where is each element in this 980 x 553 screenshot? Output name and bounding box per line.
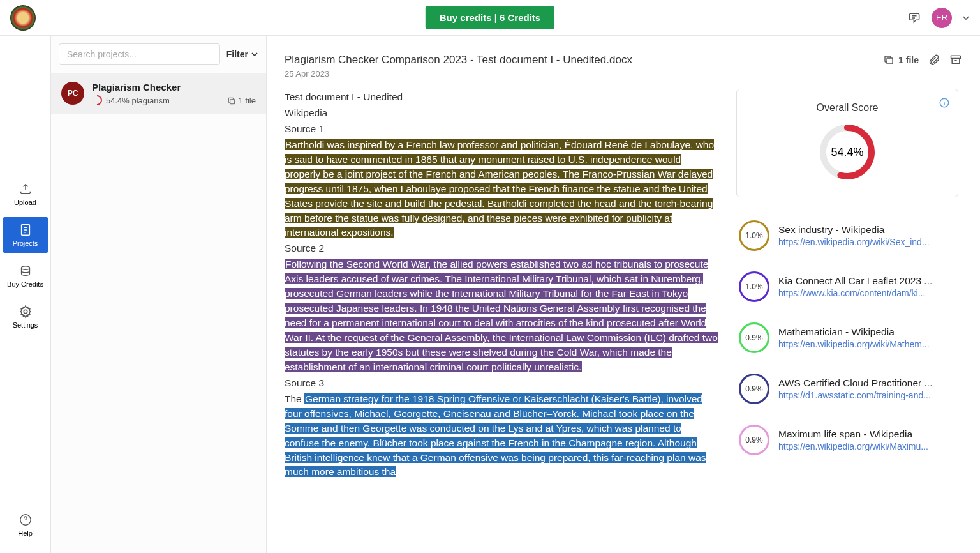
help-icon — [19, 513, 33, 527]
file-count[interactable]: 1 file — [883, 54, 919, 66]
svg-rect-6 — [951, 56, 961, 58]
doc-line: Wikipedia — [285, 106, 718, 121]
highlighted-paragraph: The German strategy for the 1918 Spring … — [285, 392, 718, 480]
project-file-count: 1 file — [227, 96, 256, 105]
source-item[interactable]: 0.9% Mathematician - Wikipedia https://e… — [736, 312, 958, 363]
sources-list: 1.0% Sex industry - Wikipedia https://en… — [736, 210, 958, 466]
source-title: Mathematician - Wikipedia — [778, 326, 956, 338]
buy-credits-button[interactable]: Buy credits | 6 Credits — [426, 6, 554, 29]
source-label: Source 1 — [285, 122, 718, 137]
source-label: Source 3 — [285, 376, 718, 391]
source-title: Kia Connect All Car Leaflet 2023 ... — [778, 275, 956, 287]
project-title: Plagiarism Checker — [92, 82, 219, 93]
source-url: https://www.kia.com/content/dam/ki... — [778, 288, 956, 298]
svg-point-1 — [21, 266, 29, 270]
source-item[interactable]: 0.9% AWS Certified Cloud Practitioner ..… — [736, 363, 958, 414]
source-title: AWS Certified Cloud Practitioner ... — [778, 377, 956, 389]
nav-label: Buy Credits — [7, 280, 43, 288]
highlighted-paragraph: Following the Second World War, the alli… — [285, 257, 718, 375]
nav-settings[interactable]: Settings — [3, 299, 48, 335]
score-percentage: 54.4% — [831, 146, 863, 159]
chevron-down-icon[interactable] — [962, 14, 970, 22]
gear-icon — [19, 305, 33, 319]
source-title: Sex industry - Wikipedia — [778, 224, 956, 236]
copy-icon — [227, 96, 236, 105]
document-date: 25 Apr 2023 — [285, 69, 632, 79]
source-title: Maximum life span - Wikipedia — [778, 428, 956, 440]
document-title: Plagiarism Checker Comparison 2023 - Tes… — [285, 54, 632, 66]
score-ring: 54.4% — [818, 123, 877, 181]
info-icon[interactable] — [939, 97, 950, 109]
source-url: https://d1.awsstatic.com/training-and... — [778, 390, 956, 400]
project-plagiarism-pct: 54.4% plagiarism — [106, 96, 170, 105]
search-input[interactable] — [59, 43, 220, 65]
user-avatar[interactable]: ER — [932, 8, 952, 28]
source-item[interactable]: 1.0% Kia Connect All Car Leaflet 2023 ..… — [736, 261, 958, 312]
nav-label: Upload — [14, 199, 36, 206]
source-pct-ring: 0.9% — [739, 322, 769, 353]
filter-button[interactable]: Filter — [226, 49, 258, 59]
app-logo — [10, 5, 36, 31]
highlighted-paragraph: Bartholdi was inspired by a French law p… — [285, 138, 718, 241]
nav-label: Help — [18, 529, 33, 537]
filter-label: Filter — [226, 49, 248, 59]
projects-icon — [19, 223, 33, 237]
svg-point-2 — [24, 310, 27, 314]
nav-upload[interactable]: Upload — [3, 176, 48, 212]
score-title: Overall Score — [747, 102, 947, 114]
svg-rect-4 — [230, 99, 234, 103]
upload-icon — [19, 182, 33, 196]
nav-buy-credits[interactable]: Buy Credits — [3, 258, 48, 294]
doc-line: Test document I - Unedited — [285, 90, 718, 105]
source-url: https://en.wikipedia.org/wiki/Mathem... — [778, 339, 956, 349]
svg-rect-5 — [887, 58, 893, 64]
source-label: Source 2 — [285, 241, 718, 256]
source-pct-ring: 1.0% — [739, 220, 769, 251]
source-pct-ring: 0.9% — [739, 425, 769, 455]
source-item[interactable]: 0.9% Maximum life span - Wikipedia https… — [736, 414, 958, 466]
nav-projects[interactable]: Projects — [3, 217, 48, 253]
source-pct-ring: 0.9% — [739, 374, 769, 404]
content-area: Plagiarism Checker Comparison 2023 - Tes… — [267, 36, 980, 553]
chevron-down-icon — [251, 50, 258, 58]
source-url: https://en.wikipedia.org/wiki/Maximu... — [778, 441, 956, 451]
document-pane[interactable]: Test document I - Unedited Wikipedia Sou… — [285, 89, 725, 553]
credits-icon — [19, 264, 33, 278]
chat-icon[interactable] — [909, 11, 921, 24]
nav-label: Settings — [13, 321, 38, 329]
nav-rail: Upload Projects Buy Credits Settings Hel… — [0, 36, 51, 553]
project-avatar: PC — [61, 82, 84, 105]
nav-label: Projects — [13, 239, 38, 247]
app-header: Buy credits | 6 Credits ER — [0, 0, 980, 36]
progress-ring-icon — [90, 93, 105, 108]
copy-icon — [883, 54, 895, 66]
nav-help[interactable]: Help — [3, 507, 48, 543]
results-pane[interactable]: Overall Score 54.4% 1.0% Sex industry - … — [736, 89, 962, 553]
projects-sidebar: Filter PC Plagiarism Checker 54.4% plagi… — [51, 36, 267, 553]
overall-score-card: Overall Score 54.4% — [736, 89, 958, 197]
source-url: https://en.wikipedia.org/wiki/Sex_ind... — [778, 237, 956, 247]
archive-icon[interactable] — [949, 54, 962, 66]
header-right: ER — [909, 8, 970, 28]
source-pct-ring: 1.0% — [739, 271, 769, 302]
source-item[interactable]: 1.0% Sex industry - Wikipedia https://en… — [736, 210, 958, 261]
paperclip-icon[interactable] — [928, 54, 940, 66]
project-item[interactable]: PC Plagiarism Checker 54.4% plagiarism 1… — [51, 73, 266, 114]
